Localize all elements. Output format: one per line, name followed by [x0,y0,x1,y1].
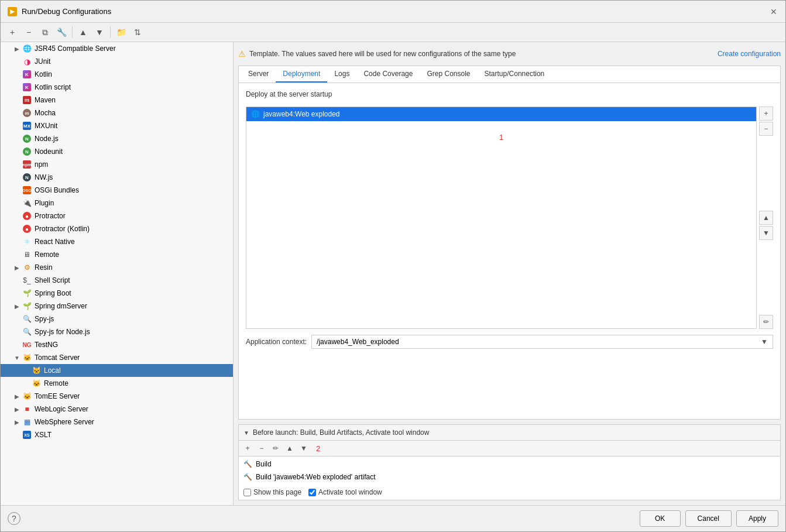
kotlin-icon: K [22,70,32,79]
context-select[interactable]: /javaweb4_Web_exploded ▼ [311,335,773,349]
remove-config-button[interactable]: − [22,25,36,39]
run-debug-configurations-window: ▶ Run/Debug Configurations ✕ + − ⧉ 🔧 ▲ ▼… [0,0,786,532]
protractor-label: Protractor [35,212,66,220]
settings-button[interactable]: 🔧 [54,25,68,39]
activate-window-label: Activate tool window [318,488,382,496]
react-native-icon: ⚛ [22,237,32,246]
tab-server[interactable]: Server [241,66,276,83]
protractor-icon: ● [22,211,32,221]
context-dropdown-arrow: ▼ [761,338,768,346]
warning-bar: ⚠ Template. The values saved here will b… [238,47,781,61]
deploy-remove-button[interactable]: − [759,122,773,136]
sidebar-item-spring-dm[interactable]: 🌱 Spring dmServer [1,300,233,313]
sidebar-item-jsr45[interactable]: 🌐 JSR45 Compatible Server [1,42,233,55]
testng-label: TestNG [35,341,58,349]
sidebar-item-maven[interactable]: m Maven [1,94,233,107]
before-launch-add-btn[interactable]: + [241,442,254,455]
before-launch-items: 🔨 Build 🔨 Build 'javaweb4:Web exploded' … [239,457,780,485]
sidebar-item-tomcat-local[interactable]: 🐱 Local [1,364,233,377]
sidebar-item-mocha[interactable]: m Mocha [1,107,233,119]
tomcat-server-label: Tomcat Server [35,353,80,362]
apply-button[interactable]: Apply [736,510,778,527]
before-launch-remove-btn[interactable]: − [255,442,268,455]
sidebar-item-osgi[interactable]: OSG OSGi Bundles [1,184,233,197]
tab-deployment[interactable]: Deployment [276,66,327,83]
build-artifact-icon: 🔨 [243,473,252,481]
sidebar-item-protractor[interactable]: ● Protractor [1,210,233,222]
sidebar-item-remote[interactable]: 🖥 Remote [1,248,233,261]
before-launch-number: 2 [316,444,320,453]
deploy-add-button[interactable]: + [759,107,773,121]
sidebar-item-react-native[interactable]: ⚛ React Native [1,235,233,248]
tab-logs[interactable]: Logs [327,66,356,83]
websphere-label: WebSphere Server [35,418,94,426]
tomee-server-label: TomEE Server [35,392,80,400]
tabs-bar: Server Deployment Logs Code Coverage Gre… [239,66,780,83]
npm-icon: npm [22,160,32,169]
folder-button[interactable]: 📁 [114,25,128,39]
jsr45-label: JSR45 Compatible Server [35,44,116,53]
close-button[interactable]: ✕ [769,7,778,16]
ok-button[interactable]: OK [640,510,681,527]
toolbar-separator-2 [110,26,111,38]
sidebar-item-protractor-kotlin[interactable]: ● Protractor (Kotlin) [1,222,233,235]
sidebar-item-nodejs[interactable]: N Node.js [1,132,233,145]
sort-button[interactable]: ⇅ [131,25,145,39]
deploy-item-javaweb4[interactable]: 🌐 javaweb4:Web exploded [246,107,756,121]
sidebar-item-weblogic[interactable]: ■ WebLogic Server [1,403,233,416]
before-launch-up-btn[interactable]: ▲ [283,442,296,455]
create-configuration-link[interactable]: Create configuration [718,50,781,58]
cancel-button[interactable]: Cancel [685,510,732,527]
sidebar-item-junit[interactable]: ◑ JUnit [1,55,233,68]
tab-startup-connection[interactable]: Startup/Connection [478,66,552,83]
tab-code-coverage[interactable]: Code Coverage [356,66,420,83]
sidebar-item-shell-script[interactable]: $_ Shell Script [1,274,233,287]
sidebar-item-mxunit[interactable]: MX MXUnit [1,119,233,132]
deploy-scroll-up-button[interactable]: ▲ [759,211,773,225]
title-bar: ▶ Run/Debug Configurations ✕ [1,1,785,23]
activate-window-checkbox-item[interactable]: Activate tool window [308,488,382,496]
nodeunit-icon: N [22,147,32,156]
sidebar-item-xslt[interactable]: XS XSLT [1,428,233,441]
tab-grep-console[interactable]: Grep Console [420,66,477,83]
activate-window-checkbox[interactable] [308,489,316,496]
help-button[interactable]: ? [8,512,20,525]
sidebar-item-testng[interactable]: NG TestNG [1,338,233,351]
sidebar-item-npm[interactable]: npm npm [1,158,233,171]
sidebar-item-spy-js[interactable]: 🔍 Spy-js [1,313,233,325]
move-down-button[interactable]: ▼ [92,25,107,39]
before-launch-header[interactable]: ▼ Before launch: Build, Build Artifacts,… [239,425,780,441]
resin-label: Resin [35,263,53,272]
sidebar-item-plugin[interactable]: 🔌 Plugin [1,197,233,210]
add-config-button[interactable]: + [5,25,19,39]
tomcat-remote-label: Remote [44,379,68,387]
sidebar-item-nodeunit[interactable]: N Nodeunit [1,145,233,158]
copy-config-button[interactable]: ⧉ [38,25,52,39]
before-launch-edit-btn[interactable]: ✏ [269,442,282,455]
tomcat-server-arrow [12,355,22,361]
context-row: Application context: /javaweb4_Web_explo… [246,335,773,349]
sidebar-item-tomcat-remote[interactable]: 🐱 Remote [1,377,233,390]
sidebar-item-websphere[interactable]: ▦ WebSphere Server [1,416,233,428]
sidebar-item-nwjs[interactable]: N NW.js [1,171,233,184]
deploy-edit-button[interactable]: ✏ [759,315,773,329]
move-up-button[interactable]: ▲ [76,25,90,39]
before-launch-down-btn[interactable]: ▼ [297,442,310,455]
tomcat-local-icon: 🐱 [31,366,42,375]
nodejs-label: Node.js [35,135,59,143]
show-page-checkbox-item[interactable]: Show this page [243,488,301,496]
sidebar-item-spring-boot[interactable]: 🌱 Spring Boot [1,287,233,300]
before-launch-item-build: 🔨 Build [239,458,780,471]
sidebar-item-kotlin-script[interactable]: K Kotlin script [1,81,233,94]
sidebar-item-spy-js-node[interactable]: 🔍 Spy-js for Node.js [1,325,233,338]
jsr45-arrow [12,46,22,52]
sidebar-item-kotlin[interactable]: K Kotlin [1,68,233,81]
nwjs-label: NW.js [35,173,53,181]
show-page-checkbox[interactable] [243,489,251,496]
sidebar-item-resin[interactable]: ⚙ Resin [1,261,233,274]
sidebar-item-tomee-server[interactable]: 🐱 TomEE Server [1,390,233,403]
resin-arrow [12,265,22,271]
deploy-section-label: Deploy at the server startup [246,90,773,98]
sidebar-item-tomcat-server[interactable]: 🐱 Tomcat Server [1,351,233,364]
deploy-scroll-down-button[interactable]: ▼ [759,226,773,240]
